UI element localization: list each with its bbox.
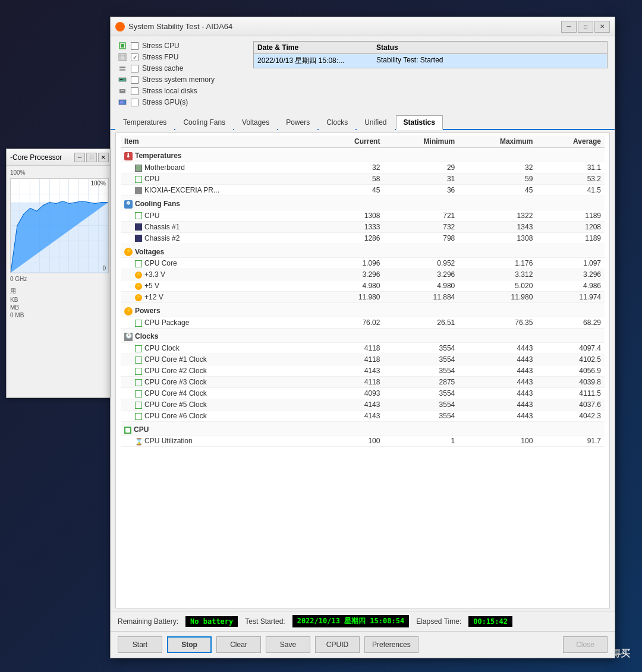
tab-powers[interactable]: Powers [278,115,317,130]
table-row: CPU Core #5 Clock4143355444434037.6 [121,399,605,411]
svg-rect-9 [120,79,121,80]
bg-window-controls[interactable]: ─ □ ✕ [74,153,109,162]
svg-rect-2 [121,44,124,48]
log-header-datetime: Date & Time [257,43,376,52]
col-minimum: Minimum [383,135,458,148]
fpu-icon [118,52,127,62]
svg-rect-12 [124,79,124,80]
bg-window-content: 100% [7,166,112,322]
table-row: CPU Core1.0960.9521.1761.097 [121,258,605,269]
stress-cpu-checkbox[interactable] [131,42,139,50]
maximize-button[interactable]: □ [578,21,593,33]
save-button[interactable]: Save [266,636,310,653]
memory-icon [118,75,127,84]
stress-memory-checkbox[interactable] [131,76,139,84]
table-row: CPU Core #4 Clock4093355444434111.5 [121,388,605,399]
stress-disks-label: Stress local disks [142,87,197,95]
clear-button[interactable]: Clear [216,636,261,653]
svg-rect-13 [119,89,125,93]
table-row: Motherboard32293231.1 [121,162,605,173]
status-bar: Remaining Battery: No battery Test Start… [111,611,615,631]
tab-cooling-fans[interactable]: Cooling Fans [175,115,233,130]
cpuid-button[interactable]: CPUID [315,636,360,653]
test-started-value: 2022/10/13 星期四 15:08:54 [292,615,410,627]
table-row: ⚡+3.3 V3.2963.2963.3123.296 [121,269,605,280]
table-row: Chassis #1133373213431208 [121,221,605,232]
close-button[interactable]: ✕ [594,21,610,33]
table-row: KIOXIA-EXCERIA PR...45364541.5 [121,184,605,195]
tab-voltages[interactable]: Voltages [234,115,277,130]
stress-options: Stress CPU Stress FPU Stress cache [118,41,248,107]
section-header-temperatures: 🌡Temperatures [121,148,605,162]
table-row: ⚡+12 V11.98011.88411.98011.974 [121,292,605,303]
status-log-container: Date & Time Status 2022/10/13 星期四 15:08:… [248,41,608,107]
battery-label: Remaining Battery: [118,617,178,626]
stress-gpu-label: Stress GPU(s) [142,98,188,106]
tab-unified[interactable]: Unified [357,115,394,130]
bg-mb-label: MB [10,304,109,311]
stress-disks-item[interactable]: Stress local disks [118,86,248,96]
battery-value: No battery [185,616,238,627]
bg-mb2-label: 0 MB [10,312,109,318]
stress-disks-checkbox[interactable] [131,87,139,95]
stress-cpu-item[interactable]: Stress CPU [118,41,248,51]
stress-fpu-item[interactable]: Stress FPU [118,52,248,62]
stress-fpu-checkbox[interactable] [131,53,139,61]
log-status-0: Stability Test: Started [376,56,603,66]
main-window: System Stability Test - AIDA64 ─ □ ✕ Str… [110,17,615,658]
minimize-button[interactable]: ─ [561,21,577,33]
bg-close-button[interactable]: ✕ [98,153,109,162]
elapsed-label: Elapsed Time: [416,617,461,626]
cache-icon [118,64,127,73]
stress-cache-label: Stress cache [142,64,183,72]
elapsed-value: 00:15:42 [468,616,512,627]
stress-memory-label: Stress system memory [142,75,215,84]
col-current: Current [320,135,384,148]
stress-cache-item[interactable]: Stress cache [118,64,248,73]
table-row: CPU Core #1 Clock4118355444434102.5 [121,354,605,365]
section-header-cooling-fans: ❄Cooling Fans [121,195,605,210]
statistics-table: Item Current Minimum Maximum Average 🌡Te… [121,135,605,447]
section-header-clocks: 🕐Clocks [121,329,605,343]
bg-kb-label: KB [10,296,109,303]
table-row: CPU Clock4118355444434097.4 [121,343,605,354]
window-title: System Stability Test - AIDA64 [128,22,561,31]
bg-usage-label: 用 [10,287,109,295]
table-row: CPU Core #3 Clock4118287544434039.8 [121,377,605,388]
table-row: CPU130872113221189 [121,210,605,221]
tabs-container: Temperatures Cooling Fans Voltages Power… [111,112,615,130]
col-average: Average [536,135,605,148]
stress-memory-item[interactable]: Stress system memory [118,75,248,84]
log-row-0: 2022/10/13 星期四 15:08:... Stability Test:… [254,54,607,68]
chart-bottom-label: 0 [102,265,106,272]
close-app-button[interactable]: Close [563,636,608,653]
stop-button[interactable]: Stop [167,636,212,653]
app-icon [115,22,125,31]
tab-clocks[interactable]: Clocks [319,115,355,130]
svg-rect-16 [120,101,123,103]
gpu-icon [118,97,127,107]
stress-fpu-label: Stress FPU [142,53,178,61]
bg-chart: 100% 0 [10,178,109,273]
window-controls[interactable]: ─ □ ✕ [561,21,610,33]
bg-minimize-button[interactable]: ─ [74,153,85,162]
tab-statistics[interactable]: Statistics [396,115,443,130]
bg-chart-label-top: 100% [10,169,109,176]
title-bar: System Stability Test - AIDA64 ─ □ ✕ [111,17,615,36]
stress-cache-checkbox[interactable] [131,65,139,72]
disk-icon [118,86,127,96]
stress-area: Stress CPU Stress FPU Stress cache [111,36,615,112]
stress-gpu-item[interactable]: Stress GPU(s) [118,97,248,107]
svg-rect-4 [120,55,125,59]
start-button[interactable]: Start [118,636,162,653]
section-header-cpu: CPU [121,422,605,436]
preferences-button[interactable]: Preferences [364,636,418,653]
svg-rect-7 [119,69,125,71]
table-row: Chassis #2128679813081189 [121,232,605,244]
tab-temperatures[interactable]: Temperatures [115,115,174,130]
statistics-container: Item Current Minimum Maximum Average 🌡Te… [115,132,610,608]
status-log: Date & Time Status 2022/10/13 星期四 15:08:… [253,41,608,68]
table-row: CPU Core #6 Clock4143355444434042.3 [121,411,605,422]
bg-maximize-button[interactable]: □ [86,153,97,162]
stress-gpu-checkbox[interactable] [131,99,139,106]
